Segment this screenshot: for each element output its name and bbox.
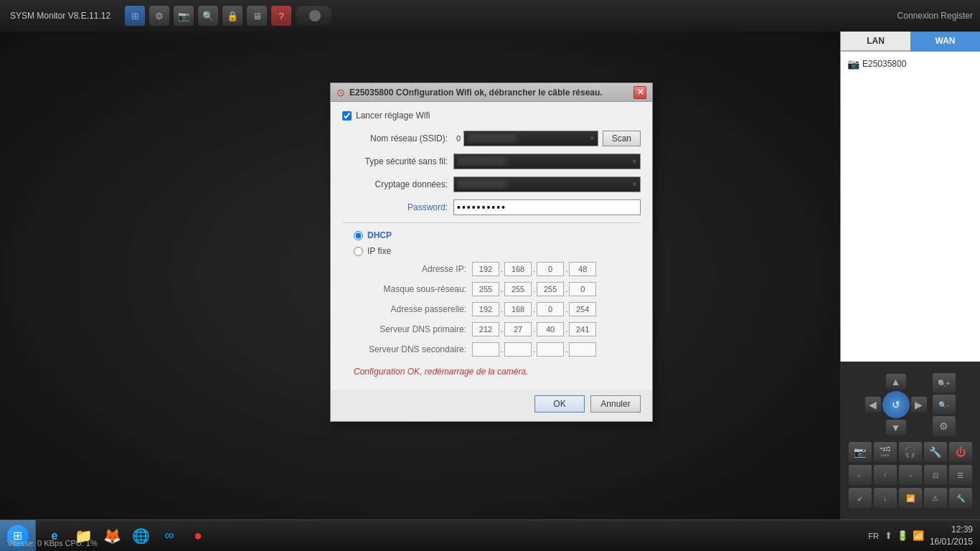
ssid-select-wrapper: ████████ ▼ <box>463 131 598 146</box>
dns2-octet-2[interactable] <box>504 342 532 357</box>
diag-down-btn[interactable]: ↓ <box>874 488 897 508</box>
cancel-button[interactable]: Annuler <box>590 395 641 413</box>
arrow-right-btn[interactable]: → <box>899 465 922 485</box>
crypto-select-wrapper: ████████ ▼ <box>453 176 641 192</box>
masque-octet-2[interactable] <box>504 282 532 296</box>
wifi-icon[interactable]: 📶 <box>899 488 922 508</box>
dialog-icon: ⊙ <box>336 87 345 98</box>
clock-time: 12:39 <box>930 524 973 536</box>
masque-octet-4[interactable] <box>569 282 596 296</box>
adresse-ip-row: Adresse IP: . . . <box>354 262 641 276</box>
help-icon[interactable]: ? <box>271 6 291 26</box>
dns2-dot-3: . <box>564 345 569 354</box>
camera-icon[interactable]: 📷 <box>174 6 194 26</box>
dhcp-radio[interactable] <box>354 231 363 240</box>
settings-btn[interactable]: ⚙ <box>933 416 956 436</box>
alert-btn[interactable]: ⚠ <box>924 488 947 508</box>
panel-tabs: LAN WAN <box>841 32 980 52</box>
power-btn[interactable]: ⏻ <box>949 442 972 462</box>
dns-secondaire-fields: . . . <box>472 342 596 357</box>
wifi-checkbox-label[interactable]: Lancer réglage Wifi <box>356 110 430 121</box>
ssid-select[interactable]: ████████ <box>463 131 598 146</box>
nav-center-btn[interactable]: ↺ <box>882 391 910 418</box>
dns-primaire-row: Serveur DNS primaire: . . . <box>354 322 641 336</box>
top-bar-icons: ⊞ ⚙ 📷 🔍 🔒 🖥 ? <box>125 6 331 26</box>
dns2-octet-1[interactable] <box>472 342 499 357</box>
firefox-taskbar-item[interactable]: 🦊 <box>99 523 125 549</box>
right-controls-panel: ▲ ◀ ↺ ▶ ▼ 🔍+ 🔍- ⚙ 📷 🎬 🎧 🔧 ⏻ ← ↑ → ⊡ ☰ ↙ … <box>840 362 980 519</box>
list-btn[interactable]: ☰ <box>949 465 972 485</box>
dns2-octet-3[interactable] <box>537 342 564 357</box>
passerelle-octet-3[interactable] <box>537 302 564 316</box>
dhcp-radio-row: DHCP <box>342 230 641 240</box>
password-input[interactable] <box>453 199 641 215</box>
ip-octet-3[interactable] <box>537 262 564 276</box>
record-btn[interactable]: 📷 <box>849 442 872 462</box>
ip-octet-2[interactable] <box>504 262 532 276</box>
ssid-controls: 0 ████████ ▼ Scan <box>453 131 641 146</box>
passerelle-octet-2[interactable] <box>504 302 532 316</box>
slider-control[interactable] <box>296 6 331 26</box>
passerelle-dot-1: . <box>499 305 504 314</box>
scan-button[interactable]: Scan <box>603 131 641 146</box>
dns2-octet-4[interactable] <box>569 342 596 357</box>
tab-lan[interactable]: LAN <box>841 32 910 52</box>
nav-left-btn[interactable]: ◀ <box>865 397 881 413</box>
crypto-select[interactable]: ████████ <box>453 176 641 192</box>
ip-grid: Adresse IP: . . . Masque sous-réseau: . <box>342 262 641 357</box>
connexion-register[interactable]: Connexion Register <box>897 11 973 21</box>
wifi-config-dialog: ⊙ E25035800 COnfiguration Wifi ok, débra… <box>330 83 653 422</box>
passerelle-octet-1[interactable] <box>472 302 499 316</box>
nav-up-btn[interactable]: ▲ <box>886 374 906 390</box>
lock-icon[interactable]: 🔒 <box>222 6 242 26</box>
device-item[interactable]: 📷 E25035800 <box>845 56 976 72</box>
dialog-close-button[interactable]: ✕ <box>633 86 646 99</box>
zoom-in-btn[interactable]: 🔍+ <box>933 373 956 393</box>
config-btn[interactable]: 🔧 <box>924 442 947 462</box>
device-name: E25035800 <box>862 59 906 69</box>
audio-btn[interactable]: 🎧 <box>899 442 922 462</box>
network-taskbar-item[interactable]: 🌐 <box>128 523 154 549</box>
zoom-out-btn[interactable]: 🔍- <box>933 395 956 415</box>
ipfixe-radio[interactable] <box>354 247 363 256</box>
wifi-checkbox[interactable] <box>342 111 352 121</box>
grid-icon[interactable]: ⊞ <box>125 6 145 26</box>
nav-down-btn[interactable]: ▼ <box>886 420 906 435</box>
dns1-octet-4[interactable] <box>569 322 596 336</box>
password-label: Password: <box>342 202 453 212</box>
arrow-up-btn[interactable]: ↑ <box>874 465 897 485</box>
dns1-octet-1[interactable] <box>472 322 499 336</box>
divider <box>342 222 641 223</box>
video-btn[interactable]: 🎬 <box>874 442 897 462</box>
taskbar-right: FR ⬆ 🔋 📶 12:39 16/01/2015 <box>861 520 980 552</box>
ipfixe-label: IP fixe <box>367 246 391 256</box>
app-red-taskbar-item[interactable]: ● <box>185 523 211 549</box>
dns1-octet-2[interactable] <box>504 322 532 336</box>
language-indicator[interactable]: FR <box>868 532 879 540</box>
search-icon[interactable]: 🔍 <box>198 6 218 26</box>
ok-button[interactable]: OK <box>534 395 585 413</box>
masque-octet-3[interactable] <box>537 282 564 296</box>
monitor-icon[interactable]: 🖥 <box>247 6 267 26</box>
dns1-octet-3[interactable] <box>537 322 564 336</box>
security-row: Type sécurité sans fil: ████████ ▼ <box>342 154 641 169</box>
nav-right-btn[interactable]: ▶ <box>911 397 927 413</box>
tab-wan[interactable]: WAN <box>910 32 980 52</box>
security-select-wrapper: ████████ ▼ <box>453 154 641 169</box>
masque-label: Masque sous-réseau: <box>354 284 472 294</box>
masque-octet-1[interactable] <box>472 282 499 296</box>
tools-btn[interactable]: 🔧 <box>949 488 972 508</box>
ip-octet-1[interactable] <box>472 262 499 276</box>
battery-icon: 🔋 <box>897 530 908 541</box>
arduino-taskbar-item[interactable]: ∞ <box>156 523 182 549</box>
gear-icon[interactable]: ⚙ <box>149 6 169 26</box>
preset-btn[interactable]: ⊡ <box>924 465 947 485</box>
passerelle-octet-4[interactable] <box>569 302 596 316</box>
wifi-status-icon: 📶 <box>913 530 924 541</box>
ip-octet-4[interactable] <box>569 262 596 276</box>
ipfixe-radio-row: IP fixe <box>342 246 641 256</box>
arrow-left-btn[interactable]: ← <box>849 465 872 485</box>
dns2-dot-2: . <box>532 345 537 354</box>
diag-left-btn[interactable]: ↙ <box>849 488 872 508</box>
security-select[interactable]: ████████ <box>453 154 641 169</box>
